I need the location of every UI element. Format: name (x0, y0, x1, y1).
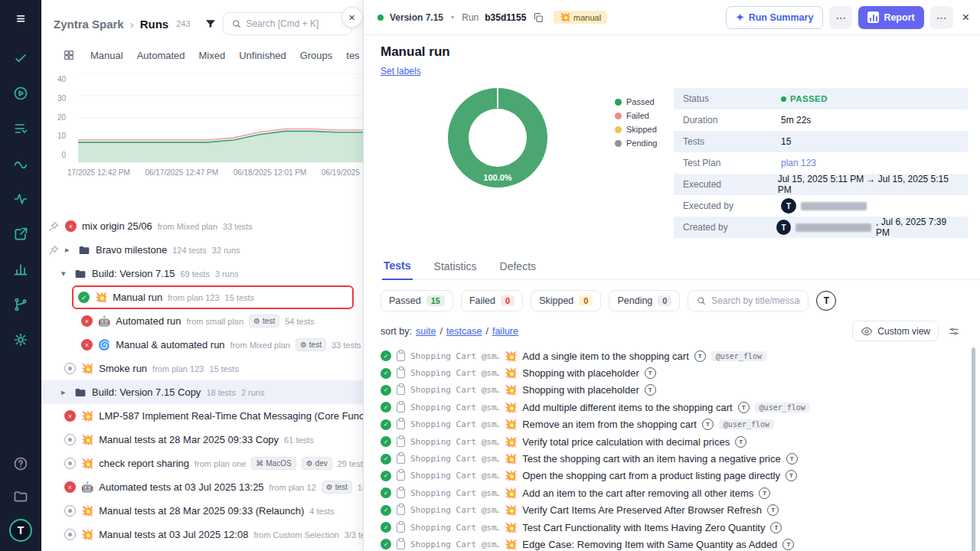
breadcrumb-project[interactable]: Zyntra Spark (54, 18, 124, 31)
run-row-manual-automated[interactable]: × 🌀 Manual & automated run from Mixed pl… (41, 333, 363, 357)
chevron-right-icon[interactable]: ▸ (65, 245, 73, 255)
run-meta: 15 tests (225, 293, 255, 302)
run-row-automated-tests[interactable]: × 🤖 Automated tests at 03 Jul 2025 13:25… (41, 475, 363, 499)
test-row[interactable]: ✓ Shopping Cart @sm… 💥 Edge Case: Removi… (381, 536, 965, 551)
test-row[interactable]: ✓ Shopping Cart @sm… 💥 Open the shopping… (381, 468, 965, 484)
info-row-executed: Executed Jul 15, 2025 5:11 PM → Jul 15, … (674, 174, 968, 195)
chevron-right-icon[interactable]: ▸ (61, 387, 69, 397)
test-cases-list-icon[interactable] (11, 119, 30, 138)
filter-skipped[interactable]: Skipped0 (531, 290, 601, 311)
settings-gear-icon[interactable] (11, 331, 30, 349)
test-row[interactable]: ✓ Shopping Cart @sm… 💥 Shopping with pla… (381, 382, 965, 399)
flaky-wave-icon[interactable] (11, 155, 30, 173)
test-suite: Shopping Cart @sm… (410, 385, 499, 395)
run-id: b35d1155 (485, 12, 526, 23)
group-runs: 3 runs (215, 269, 239, 279)
test-row[interactable]: ✓ Shopping Cart @sm… 💥 Add a single item… (381, 347, 965, 364)
run-row-smoke-run[interactable]: 💥 Smoke run from plan 123 15 tests (41, 357, 363, 380)
set-labels-link[interactable]: Set labels (381, 66, 421, 77)
runs-search-input[interactable] (246, 18, 344, 29)
view-grid-icon[interactable] (63, 49, 75, 61)
view-settings-icon[interactable] (948, 325, 960, 337)
run-summary-button[interactable]: ✦ Run Summary (726, 6, 823, 29)
group-row-bravo[interactable]: ▸ Bravo milestone 124 tests 32 runs (41, 238, 363, 262)
sort-testcase-link[interactable]: testcase (446, 326, 482, 337)
tests-search-input[interactable] (711, 295, 800, 306)
user-avatar[interactable]: T (9, 519, 32, 542)
tab-unfinished[interactable]: Unfinished (239, 50, 286, 61)
run-row-manual-tests-relaunch[interactable]: 💥 Manual tests at 28 Mar 2025 09:33 (Rel… (41, 499, 363, 523)
test-row[interactable]: ✓ Shopping Cart @sm… 💥 Add an item to th… (381, 484, 965, 501)
run-row-check-report-sharing[interactable]: 💥 check report sharing from plan one ⌘Ma… (41, 452, 363, 475)
run-row-manual-run[interactable]: ✓ 💥 Manual run from plan 123 15 tests (74, 287, 352, 308)
sort-failure-link[interactable]: failure (492, 326, 518, 337)
pin-icon[interactable] (47, 244, 60, 256)
hamburger-menu-icon[interactable]: ≡ (16, 11, 25, 26)
tab-mixed[interactable]: Mixed (199, 50, 226, 61)
test-title: Remove an item from the shopping cart (522, 419, 697, 430)
export-icon[interactable] (11, 225, 30, 243)
tab-manual[interactable]: Manual (90, 50, 123, 61)
help-icon[interactable] (11, 455, 30, 473)
run-row-automated-run[interactable]: × 🤖 Automated run from small plan ⚙test … (41, 309, 363, 333)
info-row-status: Status PASSED (674, 88, 968, 109)
gear-icon: ⚙ (326, 483, 333, 491)
custom-view-button[interactable]: Custom view (852, 321, 939, 341)
test-passed-icon: ✓ (381, 368, 391, 379)
detail-close-button[interactable]: × (962, 11, 969, 24)
runs-play-icon[interactable] (11, 84, 30, 103)
tasks-check-icon[interactable] (11, 49, 30, 67)
group-row-build-715-copy[interactable]: ▸ Build: Version 7.15 Copy 18 tests 2 ru… (41, 380, 363, 404)
clipboard-icon (397, 471, 405, 481)
chevron-down-icon[interactable]: ▾ (61, 269, 69, 279)
run-row-mix-origin[interactable]: × mix origin 25/06 from Mixed plan 33 te… (41, 214, 363, 238)
more-actions-button[interactable]: ⋯ (829, 6, 852, 29)
run-row-manual-tests-copy[interactable]: 💥 Manual tests at 28 Mar 2025 09:33 Copy… (41, 428, 363, 452)
filter-funnel-icon[interactable] (204, 18, 217, 30)
projects-folder-icon[interactable] (11, 487, 30, 505)
copy-icon[interactable] (532, 11, 544, 24)
panel-close-button[interactable]: × (341, 7, 362, 28)
test-suite: Shopping Cart @sm… (410, 454, 499, 464)
tab-statistics[interactable]: Statistics (433, 255, 479, 279)
tab-defects[interactable]: Defects (498, 255, 537, 279)
test-row[interactable]: ✓ Shopping Cart @sm… 💥 Test Cart Functio… (381, 519, 965, 536)
run-row-manual-tests-1208[interactable]: 💥 Manual tests at 03 Jul 2025 12:08 from… (41, 523, 363, 546)
version-label[interactable]: Version 7.15 (390, 12, 443, 23)
status-failed-icon: × (81, 315, 93, 327)
tab-tests[interactable]: Tests (382, 255, 413, 280)
test-row[interactable]: ✓ Shopping Cart @sm… 💥 Test the shopping… (381, 450, 965, 467)
redacted-name (801, 202, 867, 210)
pulse-analytics-icon[interactable] (11, 190, 30, 208)
test-title: Test the shopping cart with an item havi… (522, 453, 780, 465)
sort-suite-link[interactable]: suite (416, 326, 436, 337)
test-row[interactable]: ✓ Shopping Cart @sm… 💥 Shopping with pla… (381, 364, 965, 381)
more-options-button[interactable]: ⋯ (930, 6, 953, 29)
reports-chart-icon[interactable] (11, 260, 30, 279)
filter-passed[interactable]: Passed15 (381, 290, 453, 311)
filter-pending[interactable]: Pending0 (609, 290, 680, 311)
run-row-lmp-587[interactable]: × 💥 LMP-587 Implement Real-Time Chat Mes… (41, 404, 363, 428)
report-button[interactable]: Report (858, 6, 923, 29)
test-row[interactable]: ✓ Shopping Cart @sm… 💥 Verify total pric… (381, 433, 965, 450)
assignee-filter-button[interactable]: T (816, 291, 836, 311)
tab-truncated[interactable]: tes (346, 50, 359, 61)
test-row[interactable]: ✓ Shopping Cart @sm… 💥 Remove an item fr… (381, 416, 965, 433)
group-title: Build: Version 7.15 (92, 268, 175, 279)
group-row-build-715[interactable]: ▾ Build: Version 7.15 69 tests 3 runs (41, 262, 363, 285)
tab-automated[interactable]: Automated (137, 50, 185, 61)
test-plan-link[interactable]: plan 123 (781, 158, 816, 168)
manual-spark-icon: 💥 (505, 437, 517, 447)
scrollbar-thumb[interactable] (972, 347, 975, 551)
filter-failed[interactable]: Failed0 (461, 290, 523, 311)
env-badge: ⚙test (296, 338, 326, 351)
test-passed-icon: ✓ (381, 539, 391, 549)
status-neutral-icon (64, 505, 76, 517)
test-row[interactable]: ✓ Shopping Cart @sm… 💥 Add multiple diff… (381, 399, 965, 416)
test-row[interactable]: ✓ Shopping Cart @sm… 💥 Verify Cart Items… (381, 502, 965, 519)
branch-icon[interactable] (11, 295, 30, 314)
tab-groups[interactable]: Groups (300, 50, 333, 61)
owner-avatar-icon: T (767, 504, 779, 516)
manual-spark-icon: 💥 (81, 530, 93, 540)
pin-icon[interactable] (47, 220, 60, 233)
